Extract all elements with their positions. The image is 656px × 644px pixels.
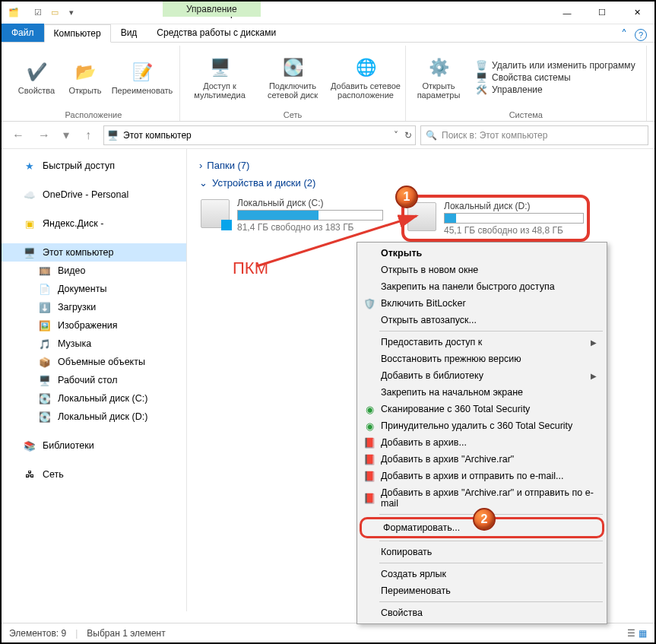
- help-icon[interactable]: ?: [635, 29, 647, 41]
- ribbon-map-drive[interactable]: 💽Подключить сетевой диск: [258, 56, 328, 100]
- archive-icon: 📕: [363, 470, 376, 482]
- address-path: Этот компьютер: [123, 130, 192, 141]
- ctx-add-archive[interactable]: 📕Добавить в архив...: [360, 434, 604, 451]
- nav-downloads[interactable]: ⬇️Загрузки: [2, 298, 186, 316]
- cube-icon: 📦: [38, 355, 52, 369]
- address-bar[interactable]: 🖥️ Этот компьютер ˅ ↻: [103, 125, 416, 145]
- tab-file[interactable]: Файл: [2, 24, 44, 42]
- minimize-button[interactable]: —: [550, 2, 585, 24]
- view-tiles-icon[interactable]: ▦: [639, 628, 647, 639]
- nav-quick-access[interactable]: ★Быстрый доступ: [2, 157, 186, 175]
- nav-documents[interactable]: 📄Документы: [2, 280, 186, 298]
- nav-libraries[interactable]: 📚Библиотеки: [2, 436, 186, 455]
- ribbon-media-access[interactable]: 🖥️Доступ к мультимедиа: [185, 56, 255, 100]
- qat-newfolder-icon[interactable]: ▭: [47, 5, 62, 21]
- ribbon-properties[interactable]: ✔️Свойства: [12, 60, 61, 95]
- archive-icon: 📕: [363, 492, 376, 504]
- ctx-pin-start[interactable]: Закрепить на начальном экране: [360, 384, 604, 401]
- nav-history-button[interactable]: ▾: [59, 125, 73, 146]
- ctx-share-access[interactable]: Предоставить доступ к▶: [360, 334, 604, 351]
- ribbon-open-settings[interactable]: ⚙️Открыть параметры: [410, 56, 467, 100]
- ctx-properties[interactable]: Свойства: [360, 604, 604, 621]
- video-icon: 🎞️: [38, 264, 52, 278]
- qat-dropdown-icon[interactable]: ▾: [64, 5, 79, 21]
- ribbon-uninstall[interactable]: 🗑️Удалить или изменить программу: [476, 60, 635, 71]
- ctx-create-shortcut[interactable]: Создать ярлык: [360, 566, 604, 582]
- ribbon-rename[interactable]: 📝Переименовать: [109, 60, 175, 95]
- drive-icon: 💽: [38, 410, 52, 424]
- nav-3d-objects[interactable]: 📦Объемные объекты: [2, 353, 186, 371]
- chevron-right-icon: ▶: [591, 338, 597, 347]
- nav-pictures[interactable]: 🖼️Изображения: [2, 316, 186, 335]
- nav-videos[interactable]: 🎞️Видео: [2, 262, 186, 280]
- view-details-icon[interactable]: ☰: [627, 628, 635, 639]
- status-selection: Выбран 1 элемент: [87, 628, 165, 639]
- refresh-icon[interactable]: ↻: [404, 130, 412, 141]
- uninstall-icon: 🗑️: [476, 60, 487, 71]
- shield-icon: 🛡️: [363, 297, 376, 309]
- nav-yandex-disk[interactable]: ▣Яндекс.Диск -: [2, 214, 186, 233]
- search-icon: 🔍: [426, 130, 437, 141]
- nav-up-button[interactable]: ↑: [78, 125, 99, 146]
- desktop-icon: 🖥️: [38, 373, 52, 387]
- nav-onedrive[interactable]: ☁️OneDrive - Personal: [2, 186, 186, 204]
- folders-group-header[interactable]: ›Папки (7): [199, 160, 644, 171]
- nav-network[interactable]: 🖧Сеть: [2, 465, 186, 484]
- context-menu: Открыть Открыть в новом окне Закрепить н…: [357, 242, 607, 624]
- ctx-add-archive-rar[interactable]: 📕Добавить в архив "Archive.rar": [360, 451, 604, 468]
- title-bar: 🗂️ ☑ ▭ ▾ Управление Этот компьютер — ☐ ✕: [2, 2, 654, 24]
- gear-icon: ⚙️: [426, 56, 451, 80]
- music-icon: 🎵: [38, 337, 52, 351]
- ribbon-group-location: Расположение: [65, 109, 122, 121]
- ctx-open[interactable]: Открыть: [360, 245, 604, 262]
- ribbon-open[interactable]: 📂Открыть: [64, 60, 106, 95]
- picture-icon: 🖼️: [38, 319, 52, 332]
- tab-view[interactable]: Вид: [111, 24, 147, 42]
- nav-disk-d[interactable]: 💽Локальный диск (D:): [2, 408, 186, 426]
- document-icon: 📄: [38, 282, 52, 296]
- ctx-scan-360[interactable]: ◉Сканирование с 360 Total Security: [360, 401, 604, 417]
- chevron-right-icon: ›: [199, 160, 202, 171]
- ctx-open-new-window[interactable]: Открыть в новом окне: [360, 262, 604, 278]
- ctx-autoplay[interactable]: Открыть автозапуск...: [360, 312, 604, 328]
- search-input[interactable]: 🔍 Поиск в: Этот компьютер: [420, 125, 648, 145]
- nav-this-pc[interactable]: 🖥️Этот компьютер: [2, 243, 186, 262]
- pc-icon: 🖥️: [107, 130, 119, 141]
- ctx-bitlocker[interactable]: 🛡️Включить BitLocker: [360, 295, 604, 312]
- ctx-restore-previous[interactable]: Восстановить прежнюю версию: [360, 351, 604, 367]
- tab-computer[interactable]: Компьютер: [44, 24, 111, 43]
- maximize-button[interactable]: ☐: [585, 2, 620, 24]
- nav-back-button[interactable]: ←: [8, 125, 29, 146]
- drive-c[interactable]: Локальный диск (C:) 81,4 ГБ свободно из …: [198, 195, 386, 242]
- drive-d-usage-bar: [444, 213, 584, 224]
- nav-forward-button[interactable]: →: [33, 125, 55, 146]
- annotation-rmb-label: ПКМ: [233, 259, 268, 278]
- ribbon-system-properties[interactable]: 🖥️Свойства системы: [476, 72, 635, 83]
- ctx-copy[interactable]: Копировать: [360, 544, 604, 560]
- address-dropdown-icon[interactable]: ˅: [394, 130, 398, 141]
- ctx-rename[interactable]: Переименовать: [360, 582, 604, 599]
- ctx-pin-quick-access[interactable]: Закрепить на панели быстрого доступа: [360, 278, 604, 295]
- archive-icon: 📕: [363, 453, 376, 465]
- drive-d-name: Локальный диск (D:): [444, 201, 584, 211]
- ctx-add-library[interactable]: Добавить в библиотеку▶: [360, 367, 604, 384]
- ctx-archive-email[interactable]: 📕Добавить в архив и отправить по e-mail.…: [360, 468, 604, 484]
- contextual-tab-header: Управление: [163, 2, 261, 17]
- drives-group-header[interactable]: ⌄Устройства и диски (2): [199, 177, 644, 189]
- ribbon-expand-icon[interactable]: ˄: [621, 27, 627, 42]
- download-icon: ⬇️: [38, 300, 52, 314]
- ribbon-manage[interactable]: 🛠️Управление: [476, 84, 635, 95]
- qat-properties-icon[interactable]: ☑: [30, 5, 46, 21]
- ctx-force-delete-360[interactable]: ◉Принудительно удалить с 360 Total Secur…: [360, 417, 604, 434]
- ribbon-add-network[interactable]: 🌐Добавить сетевое расположение: [331, 56, 401, 100]
- nav-disk-c[interactable]: 💽Локальный диск (C:): [2, 389, 186, 408]
- tab-drive-tools[interactable]: Средства работы с дисками: [147, 24, 286, 42]
- drive-d[interactable]: Локальный диск (D:) 45,1 ГБ свободно из …: [401, 195, 590, 242]
- nav-desktop[interactable]: 🖥️Рабочий стол: [2, 371, 186, 389]
- close-button[interactable]: ✕: [620, 2, 654, 24]
- drive-d-free: 45,1 ГБ свободно из 48,8 ГБ: [444, 225, 584, 236]
- drive-c-free: 81,4 ГБ свободно из 183 ГБ: [237, 222, 383, 233]
- monitor-icon: 🖥️: [23, 246, 36, 259]
- chevron-down-icon: ⌄: [199, 177, 208, 189]
- nav-music[interactable]: 🎵Музыка: [2, 335, 186, 353]
